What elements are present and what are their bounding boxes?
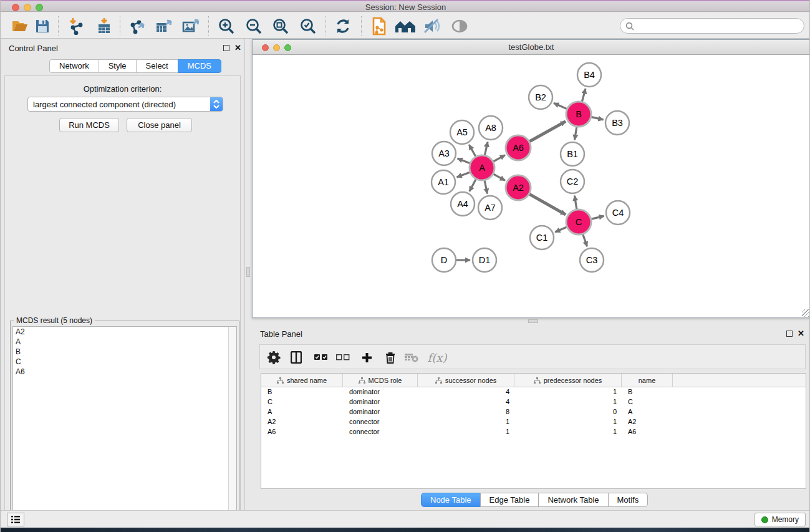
table-cell[interactable]: A2 [622, 417, 673, 427]
edge-B-B1[interactable] [575, 127, 577, 140]
node-C3[interactable]: C3 [580, 248, 604, 272]
delete-column-trash-icon[interactable] [380, 347, 400, 367]
open-file-icon[interactable] [9, 15, 31, 37]
edge-A-A7[interactable] [485, 180, 487, 194]
table-row[interactable]: Adominator80A [261, 407, 806, 417]
edge-A-A4[interactable] [470, 179, 476, 191]
tab-network-table[interactable]: Network Table [538, 493, 608, 507]
network-window-titlebar[interactable]: testGlobe.txt [253, 40, 810, 55]
table-cell[interactable]: 1 [514, 397, 622, 407]
tab-style[interactable]: Style [99, 59, 137, 73]
home-icon[interactable] [393, 15, 416, 37]
table-row[interactable]: Bdominator41B [261, 387, 806, 397]
edge-A-A5[interactable] [469, 145, 476, 157]
table-cell[interactable]: A [261, 407, 343, 417]
table-row[interactable]: Cdominator41C [261, 397, 806, 407]
table-cell[interactable]: dominator [343, 397, 418, 407]
table-cell[interactable]: A2 [261, 417, 343, 427]
result-item[interactable]: A [13, 337, 236, 347]
table-cell[interactable]: 1 [418, 427, 514, 437]
hide-annotations-icon[interactable] [420, 15, 443, 37]
edge-C-C1[interactable] [555, 227, 567, 232]
zoom-fit-icon[interactable] [269, 15, 292, 37]
edge-A-A8[interactable] [485, 142, 488, 155]
resize-grip[interactable] [802, 309, 809, 317]
table-cell[interactable]: A6 [622, 427, 673, 437]
table-cell[interactable]: A6 [261, 427, 343, 437]
scrollbar-track[interactable] [228, 327, 236, 531]
column-header-mcds-role[interactable]: MCDS role [343, 374, 418, 387]
zoom-in-icon[interactable] [215, 15, 238, 37]
table-cell[interactable]: dominator [343, 407, 418, 417]
table-cell[interactable]: connector [343, 417, 418, 427]
new-network-from-selection-icon[interactable] [368, 15, 390, 37]
panel-divider-handle[interactable] [528, 319, 538, 323]
zoom-out-icon[interactable] [243, 15, 265, 37]
node-B4[interactable]: B4 [577, 63, 601, 87]
network-canvas[interactable]: B4B2BB3A8A5A6A3B1AC2A1A2A4A7C4CC1C3DD1 [253, 55, 810, 317]
optimization-criterion-select[interactable]: largest connected component (directed) [27, 97, 223, 112]
table-cell[interactable]: C [622, 397, 673, 407]
panel-divider-handle[interactable] [246, 267, 250, 277]
table-row[interactable]: A2connector11A2 [261, 417, 806, 427]
result-item[interactable]: C [13, 357, 236, 367]
edge-A-A2[interactable] [493, 174, 505, 181]
table-cell[interactable]: 4 [418, 397, 514, 407]
float-panel-icon[interactable] [223, 45, 229, 51]
import-table-icon[interactable] [93, 15, 115, 37]
close-panel-icon[interactable]: ✕ [234, 44, 241, 52]
table-cell[interactable]: dominator [343, 387, 418, 397]
export-table-icon[interactable] [153, 15, 175, 37]
deselect-all-icon[interactable] [333, 347, 353, 367]
column-header-shared-name[interactable]: shared name [261, 374, 343, 387]
show-columns-icon[interactable] [286, 347, 306, 367]
task-history-button[interactable] [7, 513, 24, 526]
column-header-predecessor-nodes[interactable]: predecessor nodes [514, 374, 622, 387]
node-C4[interactable]: C4 [606, 201, 630, 225]
edge-C-C3[interactable] [583, 234, 587, 246]
select-all-icon[interactable] [311, 347, 331, 367]
edge-A-A1[interactable] [457, 172, 471, 177]
tab-edge-table[interactable]: Edge Table [480, 493, 539, 507]
table-settings-gear-icon[interactable] [264, 347, 284, 367]
tab-select[interactable]: Select [136, 59, 178, 73]
export-network-icon[interactable] [126, 15, 148, 37]
node-A2[interactable]: A2 [506, 175, 531, 200]
edge-B-B3[interactable] [591, 117, 604, 120]
show-graphics-details-icon[interactable] [448, 15, 471, 37]
result-item[interactable]: A6 [13, 367, 236, 377]
node-B[interactable]: B [566, 102, 591, 127]
edge-A-A6[interactable] [493, 155, 505, 162]
node-A1[interactable]: A1 [432, 170, 455, 194]
table-cell[interactable]: B [261, 387, 343, 397]
node-A8[interactable]: A8 [479, 116, 503, 140]
table-cell[interactable]: 4 [418, 387, 514, 397]
table-cell[interactable]: 1 [514, 387, 622, 397]
run-mcds-button[interactable]: Run MCDS [59, 118, 119, 132]
table-cell[interactable]: 1 [514, 417, 622, 427]
memory-button[interactable]: Memory [755, 513, 806, 526]
node-D[interactable]: D [432, 248, 456, 272]
node-table[interactable]: shared nameMCDS rolesuccessor nodesprede… [261, 373, 806, 489]
node-D1[interactable]: D1 [473, 248, 496, 272]
column-header-name[interactable]: name [622, 374, 673, 387]
import-network-icon[interactable] [65, 15, 87, 37]
edge-C-C4[interactable] [591, 216, 604, 219]
tab-node-table[interactable]: Node Table [421, 493, 481, 507]
table-cell[interactable]: connector [343, 427, 418, 437]
node-A7[interactable]: A7 [478, 196, 502, 220]
tab-motifs[interactable]: Motifs [608, 493, 648, 507]
edge-A-A3[interactable] [458, 158, 471, 163]
edge-A2-C[interactable] [529, 194, 566, 215]
node-A6[interactable]: A6 [506, 135, 531, 160]
node-A3[interactable]: A3 [432, 142, 456, 165]
zoom-selected-icon[interactable] [297, 15, 319, 37]
edge-B-B4[interactable] [582, 89, 586, 102]
node-C2[interactable]: C2 [561, 170, 584, 193]
edge-C-C2[interactable] [574, 196, 576, 210]
table-cell[interactable]: 8 [418, 407, 514, 417]
table-cell[interactable]: 1 [418, 417, 514, 427]
edge-A6-B[interactable] [529, 122, 566, 142]
table-cell[interactable]: 0 [514, 407, 622, 417]
float-panel-icon[interactable] [786, 331, 793, 337]
